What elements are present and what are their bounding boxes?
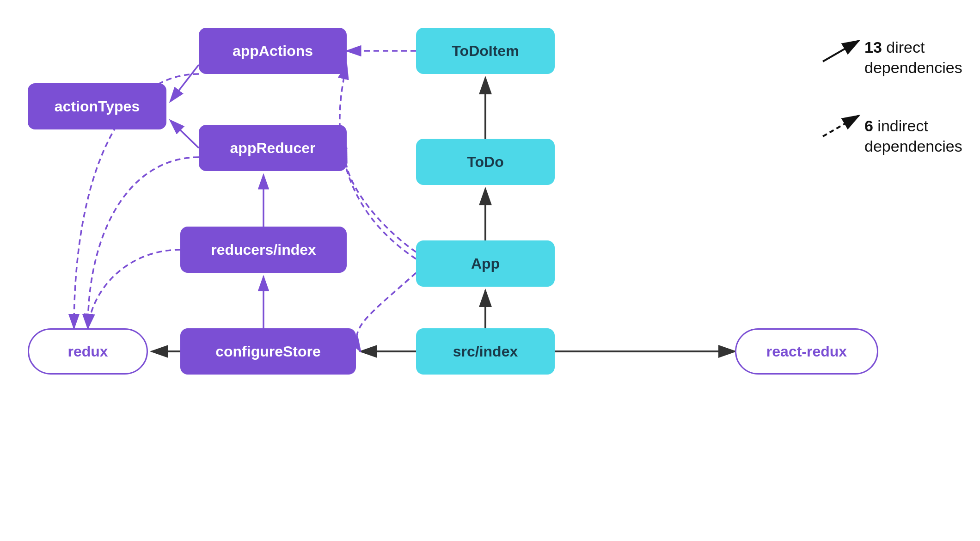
svg-line-11 [170, 65, 199, 102]
diagram-container: appActions actionTypes appReducer reduce… [0, 0, 980, 541]
legend-indirect: 6 indirectdependencies [864, 116, 962, 156]
node-appActions: appActions [199, 28, 347, 74]
node-toDo: ToDo [416, 139, 555, 185]
svg-line-12 [170, 120, 199, 148]
node-reactRedux: react-redux [735, 328, 878, 375]
node-appReducer: appReducer [199, 125, 347, 171]
node-toDoItem: ToDoItem [416, 28, 555, 74]
node-srcIndex: src/index [416, 328, 555, 375]
node-actionTypes: actionTypes [28, 83, 166, 129]
node-configureStore: configureStore [180, 328, 356, 375]
legend-direct: 13 directdependencies [864, 37, 962, 78]
node-redux: redux [28, 328, 148, 375]
svg-line-16 [823, 41, 859, 61]
node-reducersIndex: reducers/index [180, 227, 347, 273]
svg-line-17 [823, 116, 859, 136]
node-app: App [416, 240, 555, 287]
